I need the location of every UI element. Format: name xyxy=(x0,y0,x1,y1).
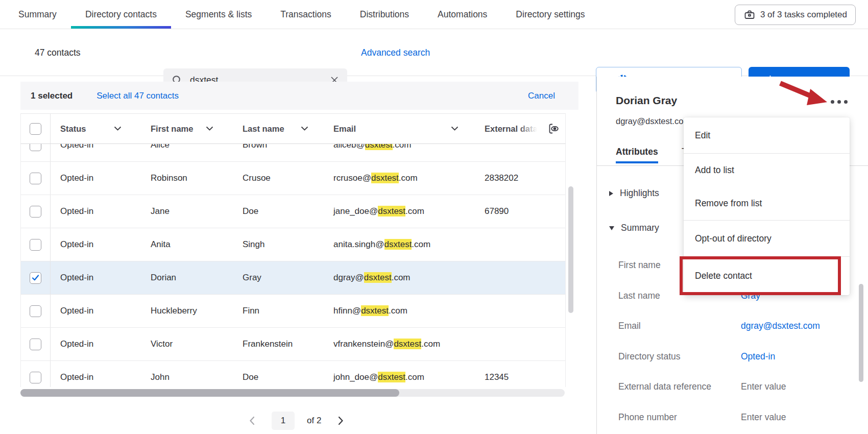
contact-name-title: Dorian Gray xyxy=(616,94,677,107)
attribute-value: Enter value xyxy=(741,381,786,392)
column-visibility-icon[interactable] xyxy=(547,122,560,135)
column-header-email[interactable]: Email xyxy=(324,124,475,134)
column-header-external-data[interactable]: External data reference xyxy=(475,124,565,134)
cell-status: Opted-in xyxy=(51,339,141,349)
attribute-label: Directory status xyxy=(618,351,741,362)
row-checkbox[interactable] xyxy=(30,144,41,151)
search-term-highlight: dsxtest xyxy=(365,144,393,150)
cell-email: rcrusoe@dsxtest.com xyxy=(324,173,475,183)
row-checkbox[interactable] xyxy=(30,339,41,350)
row-checkbox[interactable] xyxy=(30,206,41,218)
tasks-completed-button[interactable]: 3 of 3 tasks completed xyxy=(735,5,856,25)
search-term-highlight: dsxtest xyxy=(384,239,412,250)
cell-last-name: Crusoe xyxy=(233,173,324,183)
cell-email: vfrankenstein@dsxtest.com xyxy=(324,339,475,349)
cell-first-name: Robinson xyxy=(141,173,233,183)
table-row-huckleberry-finn[interactable]: Opted-inHuckleberryFinnhfinn@dsxtest.com xyxy=(21,295,565,328)
cell-last-name: Gray xyxy=(233,273,324,283)
select-all-checkbox[interactable] xyxy=(30,123,41,135)
menu-item-opt-out-of-directory[interactable]: Opt-out of directory xyxy=(684,221,850,256)
section-highlights-label: Highlights xyxy=(620,188,659,199)
nav-tab-distributions[interactable]: Distributions xyxy=(346,0,423,29)
row-checkbox-cell xyxy=(21,195,51,228)
previous-page-button[interactable] xyxy=(245,413,259,428)
top-navigation: SummaryDirectory contactsSegments & list… xyxy=(0,0,868,29)
table-row-robinson-crusoe[interactable]: Opted-inRobinsonCrusoercrusoe@dsxtest.co… xyxy=(21,162,565,195)
cell-first-name: Dorian xyxy=(141,273,233,283)
horizontal-scrollbar-thumb[interactable] xyxy=(20,389,399,397)
row-checkbox-cell xyxy=(21,144,51,161)
row-checkbox[interactable] xyxy=(30,372,41,383)
collapsed-triangle-icon xyxy=(609,191,613,196)
section-summary-label: Summary xyxy=(621,223,659,233)
table-horizontal-scrollbar[interactable] xyxy=(20,389,565,397)
cell-email: jane_doe@dsxtest.com xyxy=(324,206,475,216)
table-row-alice-brown[interactable]: Opted-inAliceBrownaliceb@dsxtest.com xyxy=(21,144,565,162)
nav-tab-directory-settings[interactable]: Directory settings xyxy=(501,0,599,29)
nav-tab-directory-contacts[interactable]: Directory contacts xyxy=(71,0,171,29)
nav-tab-automations[interactable]: Automations xyxy=(423,0,501,29)
table-vertical-scrollbar[interactable] xyxy=(568,186,573,313)
cancel-selection-link[interactable]: Cancel xyxy=(528,91,555,101)
attribute-value[interactable]: Opted-in xyxy=(741,351,775,362)
check-icon xyxy=(32,274,39,281)
advanced-search-link[interactable]: Advanced search xyxy=(361,29,430,76)
attribute-row-phone-number: Phone numberEnter value xyxy=(618,402,853,433)
cell-last-name: Finn xyxy=(233,306,324,316)
search-term-highlight: dsxtest xyxy=(364,272,392,283)
menu-item-add-to-list[interactable]: Add to list xyxy=(684,154,850,187)
row-checkbox-cell xyxy=(21,228,51,261)
row-checkbox[interactable] xyxy=(30,272,41,284)
chevron-down-icon[interactable] xyxy=(451,126,459,131)
table-body: Opted-inAliceBrownaliceb@dsxtest.comOpte… xyxy=(20,144,566,387)
table-row-anita-singh[interactable]: Opted-inAnitaSinghanita.singh@dsxtest.co… xyxy=(21,228,565,261)
section-highlights[interactable]: Highlights xyxy=(609,188,659,199)
chevron-down-icon[interactable] xyxy=(206,126,213,131)
search-term-highlight: dsxtest xyxy=(361,305,389,316)
more-options-button[interactable] xyxy=(828,97,851,107)
cell-email: john_doe@dsxtest.com xyxy=(324,372,475,382)
table-row-john-doe[interactable]: Opted-inJohnDoejohn_doe@dsxtest.com12345 xyxy=(21,361,565,387)
row-checkbox[interactable] xyxy=(30,305,41,317)
menu-item-delete-contact[interactable]: Delete contact xyxy=(684,257,850,295)
cell-status: Opted-in xyxy=(51,273,141,283)
section-summary[interactable]: Summary xyxy=(609,223,659,233)
table-row-jane-doe[interactable]: Opted-inJaneDoejane_doe@dsxtest.com67890 xyxy=(21,195,565,228)
cell-external-data: 2838202 xyxy=(475,173,565,183)
nav-tab-transactions[interactable]: Transactions xyxy=(266,0,346,29)
search-term-highlight: dsxtest xyxy=(378,372,405,382)
panel-vertical-scrollbar[interactable] xyxy=(859,284,863,382)
next-page-button[interactable] xyxy=(333,413,348,428)
attribute-label: Phone number xyxy=(618,412,741,423)
column-header-first-name[interactable]: First name xyxy=(141,124,233,134)
tab-attributes[interactable]: Attributes xyxy=(616,147,658,157)
cell-last-name: Doe xyxy=(233,206,324,216)
menu-item-remove-from-list[interactable]: Remove from list xyxy=(684,187,850,220)
column-header-last-name[interactable]: Last name xyxy=(233,124,324,134)
current-page-input[interactable]: 1 xyxy=(272,412,295,430)
table-row-victor-frankenstein[interactable]: Opted-inVictorFrankensteinvfrankenstein@… xyxy=(21,328,565,361)
cell-status: Opted-in xyxy=(51,306,141,316)
row-checkbox[interactable] xyxy=(30,173,41,184)
table-row-dorian-gray[interactable]: Opted-inDorianGraydgray@dsxtest.com xyxy=(21,261,565,295)
cell-first-name: Jane xyxy=(141,206,233,216)
search-term-highlight: dsxtest xyxy=(371,173,399,183)
row-checkbox[interactable] xyxy=(30,239,41,251)
attribute-value[interactable]: dgray@dsxtest.com xyxy=(741,321,820,331)
attribute-row-external-data-reference: External data referenceEnter value xyxy=(618,372,853,402)
chevron-down-icon[interactable] xyxy=(301,126,308,131)
row-checkbox-cell xyxy=(21,295,51,327)
menu-item-edit[interactable]: Edit xyxy=(684,117,850,153)
contact-email-subtitle: dgray@dsxtest.com xyxy=(616,116,690,126)
cell-email: dgray@dsxtest.com xyxy=(324,273,475,283)
nav-tab-summary[interactable]: Summary xyxy=(4,0,71,29)
expanded-triangle-icon xyxy=(609,226,614,230)
select-all-link[interactable]: Select all 47 contacts xyxy=(97,91,179,101)
page-count-label: of 2 xyxy=(307,416,321,426)
column-header-status[interactable]: Status xyxy=(51,124,141,134)
chevron-down-icon[interactable] xyxy=(114,126,122,131)
nav-tab-segments-lists[interactable]: Segments & lists xyxy=(171,0,266,29)
cell-status: Opted-in xyxy=(51,206,141,216)
table-header: Status First name Last name Email Extern… xyxy=(20,113,566,144)
cell-first-name: Anita xyxy=(141,239,233,250)
